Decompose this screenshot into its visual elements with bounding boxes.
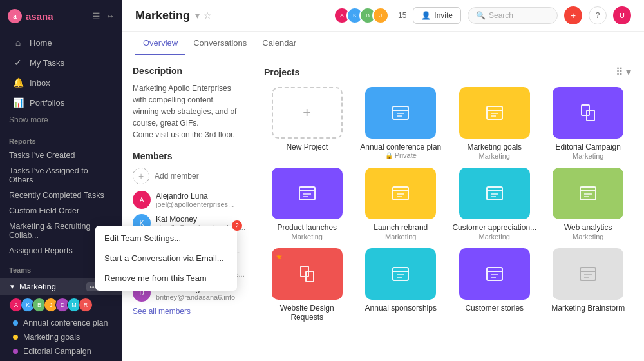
topbar: Marketing ▾ ☆ A K B J 15 👤 Invite 🔍 Sear…	[122, 0, 644, 32]
project-card-new[interactable]: + New Project	[264, 87, 350, 160]
project-card-sponsorships[interactable]: Annual sponsorships	[358, 248, 444, 322]
project-item-label: Annual conference plan	[23, 318, 108, 327]
see-all-members[interactable]: See all members	[133, 307, 240, 316]
star-icon[interactable]: ☆	[204, 10, 212, 21]
project-name: Website Design Requests	[264, 304, 350, 322]
help-button[interactable]: ?	[589, 6, 607, 24]
project-thumb	[459, 168, 530, 219]
project-name: Launch rebrand	[374, 223, 428, 232]
team-avatars: A K B J D M R	[0, 295, 122, 315]
sidebar-item-home[interactable]: ⌂ Home	[4, 33, 118, 52]
svg-rect-10	[299, 187, 315, 200]
project-item-label: Editorial Campaign	[23, 347, 91, 356]
project-card-stories[interactable]: Customer stories	[451, 248, 538, 322]
context-menu-remove[interactable]: Remove me from this Team	[95, 268, 237, 288]
add-member-button[interactable]: + Add member	[133, 168, 240, 184]
project-card-conference[interactable]: Annual conference plan 🔒 Private	[358, 87, 444, 160]
project-team: Marketing	[385, 233, 416, 240]
marketing-team-label: Marketing	[19, 282, 56, 291]
view-toggle[interactable]: ⠿ ▾	[616, 66, 631, 78]
expand-icon[interactable]: ↔	[106, 11, 115, 21]
sidebar-header: a asana ☰ ↔	[0, 0, 122, 30]
right-panel: Projects ⠿ ▾ + New Project	[251, 55, 644, 361]
context-menu-edit[interactable]: Edit Team Settings...	[95, 228, 237, 248]
project-item-editorial[interactable]: Editorial Campaign	[0, 344, 122, 358]
home-icon: ⌂	[13, 37, 23, 48]
user-avatar[interactable]: U	[613, 6, 631, 24]
project-card-brainstorm[interactable]: Marketing Brainstorm	[545, 248, 632, 322]
add-member-label: Add member	[155, 171, 199, 180]
dropdown-icon[interactable]: ▾	[195, 10, 200, 21]
project-thumb: ★	[272, 248, 343, 300]
svg-rect-0	[393, 106, 408, 119]
project-card-goals[interactable]: Marketing goals Marketing	[451, 87, 538, 160]
show-more-nav[interactable]: Show more	[0, 113, 122, 127]
project-thumb	[459, 248, 530, 300]
private-label: Private	[395, 151, 417, 159]
tab-conversations[interactable]: Conversations	[185, 32, 254, 55]
project-item-launches[interactable]: Product launches	[0, 358, 122, 361]
tab-calendar[interactable]: Calendar	[254, 32, 304, 55]
logo: a asana	[8, 9, 53, 23]
project-thumb	[365, 168, 436, 219]
project-team: Marketing	[573, 152, 603, 160]
invite-button[interactable]: 👤 Invite	[413, 7, 461, 24]
tabs: Overview Conversations Calendar	[122, 32, 644, 55]
sidebar-item-recently-completed[interactable]: Recently Completed Tasks	[0, 188, 122, 203]
add-button[interactable]: +	[564, 6, 582, 24]
svg-rect-36	[580, 268, 596, 280]
page-title: Marketing	[135, 9, 190, 23]
projects-title: Projects	[264, 67, 299, 77]
sidebar-item-mytasks[interactable]: ✓ My Tasks	[4, 53, 118, 72]
sidebar-item-inbox[interactable]: 🔔 Inbox	[4, 73, 118, 92]
title-icons: ▾ ☆	[195, 10, 212, 21]
project-card-editorial[interactable]: Editorial Campaign Marketing	[545, 87, 632, 160]
project-card-website[interactable]: ★ Website Design Requests	[264, 248, 350, 322]
search-icon: 🔍	[476, 11, 486, 20]
project-thumb	[365, 248, 436, 300]
description-title: Description	[133, 66, 240, 76]
sidebar-item-tasks-assigned[interactable]: Tasks I've Assigned to Others	[0, 163, 122, 188]
project-card-launches[interactable]: Product launches Marketing	[264, 168, 350, 240]
topbar-right: A K B J 15 👤 Invite 🔍 Search + ? U	[334, 6, 631, 24]
project-name: Customer appreciation...	[452, 223, 536, 232]
project-card-customer[interactable]: Customer appreciation... Marketing	[451, 168, 538, 240]
logo-text: asana	[26, 11, 53, 22]
avatar-count: 15	[398, 11, 406, 20]
context-menu: 2 Edit Team Settings... Start a Conversa…	[95, 226, 237, 291]
svg-rect-22	[580, 187, 596, 200]
search-box[interactable]: 🔍 Search	[468, 7, 558, 24]
members-title: Members	[133, 151, 240, 161]
sidebar-item-tasks-created[interactable]: Tasks I've Created	[0, 148, 122, 163]
member-info: Alejandro Luna joel@apolloenterprises...	[156, 191, 234, 208]
member-row: A Alejandro Luna joel@apolloenterprises.…	[133, 191, 240, 209]
project-card-rebrand[interactable]: Launch rebrand Marketing	[358, 168, 444, 240]
project-private-badge: 🔒 Private	[385, 151, 417, 159]
add-circle-icon: +	[133, 168, 149, 184]
sidebar-item-custom-field[interactable]: Custom Field Order	[0, 203, 122, 219]
project-name: Product launches	[277, 223, 337, 232]
project-item-goals[interactable]: Marketing goals	[0, 330, 122, 344]
sidebar-item-portfolios[interactable]: 📊 Portfolios	[4, 93, 118, 112]
sidebar-nav: ⌂ Home ✓ My Tasks 🔔 Inbox 📊 Portfolios S…	[0, 30, 122, 130]
lock-icon: 🔒	[385, 152, 393, 159]
tab-overview[interactable]: Overview	[135, 32, 185, 55]
member-name: Alejandro Luna	[156, 191, 234, 200]
avatar: J	[372, 7, 389, 24]
sidebar-item-inbox-label: Inbox	[30, 78, 50, 88]
team-avatar-group: A K B J	[334, 7, 385, 24]
inbox-icon: 🔔	[13, 77, 23, 88]
svg-rect-14	[393, 187, 408, 200]
project-name: Marketing goals	[467, 142, 522, 151]
context-menu-conversation[interactable]: Start a Conversation via Email...	[95, 248, 237, 268]
project-item-conference[interactable]: Annual conference plan	[0, 316, 122, 330]
project-card-analytics[interactable]: Web analytics Marketing	[545, 168, 632, 240]
project-team: Marketing	[479, 233, 510, 240]
tasks-icon: ✓	[13, 57, 23, 68]
project-name: Marketing Brainstorm	[551, 304, 625, 313]
project-team: Marketing	[292, 233, 323, 240]
menu-icon[interactable]: ☰	[92, 11, 100, 21]
avatar: R	[79, 298, 93, 312]
projects-header: Projects ⠿ ▾	[264, 66, 631, 78]
svg-rect-4	[487, 106, 502, 119]
